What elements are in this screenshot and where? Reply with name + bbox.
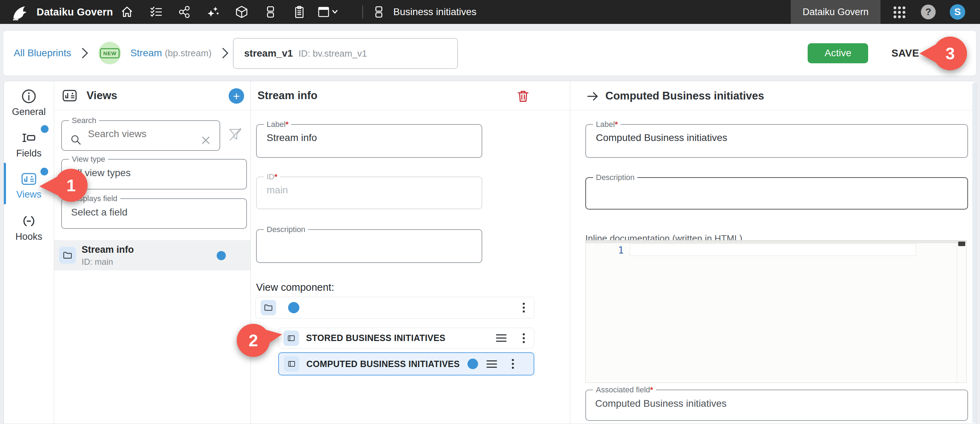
folder-icon bbox=[261, 300, 276, 315]
status-active-button[interactable]: Active bbox=[808, 43, 868, 63]
label-input[interactable] bbox=[266, 132, 468, 144]
filter-off-icon[interactable] bbox=[227, 126, 243, 142]
detail-description-field: Description bbox=[585, 174, 968, 210]
search-legend: Search bbox=[72, 116, 96, 125]
clear-search-icon[interactable] bbox=[200, 135, 211, 146]
delete-view-button[interactable] bbox=[515, 89, 530, 104]
kebab-menu-icon[interactable] bbox=[512, 359, 514, 369]
detail-description-input[interactable] bbox=[595, 185, 939, 197]
displays-field-legend: Displays field bbox=[72, 194, 118, 203]
drag-handle-icon[interactable] bbox=[487, 360, 497, 368]
views-icon bbox=[62, 88, 77, 103]
rail-item-label: Hooks bbox=[4, 231, 54, 242]
required-asterisk: * bbox=[650, 385, 653, 394]
navbar-divider bbox=[362, 6, 363, 18]
search-icon bbox=[70, 133, 82, 146]
help-button[interactable]: ? bbox=[921, 5, 935, 19]
panel-scrollbar[interactable] bbox=[972, 83, 977, 423]
top-navbar: Dataiku Govern Business initiatives Data… bbox=[0, 0, 980, 24]
breadcrumb-bar: All Blueprints NEW Stream (bp.stream) st… bbox=[3, 30, 977, 76]
breadcrumb-blueprint[interactable]: Stream bbox=[130, 48, 162, 58]
rail-item-label: Views bbox=[4, 189, 54, 200]
label-field: Label* bbox=[256, 121, 482, 158]
rail-item-views[interactable]: Views bbox=[4, 171, 54, 200]
apps-grid-icon[interactable] bbox=[892, 5, 907, 20]
displays-field-select[interactable]: Displays field Select a field bbox=[61, 195, 247, 229]
breadcrumb-all-blueprints[interactable]: All Blueprints bbox=[14, 48, 71, 59]
inline-doc-code-editor[interactable]: 1 bbox=[585, 240, 967, 383]
editor-top-strip bbox=[585, 240, 966, 243]
version-label: stream_v1 bbox=[244, 48, 293, 59]
cards-stack-icon[interactable] bbox=[264, 5, 277, 19]
rail-item-general[interactable]: General bbox=[4, 88, 54, 118]
detail-label-input[interactable] bbox=[595, 132, 939, 144]
kebab-menu-icon[interactable] bbox=[523, 303, 525, 313]
views-icon bbox=[21, 171, 37, 187]
sparkles-icon[interactable] bbox=[207, 5, 220, 19]
chevron-right-icon bbox=[221, 46, 230, 60]
label-legend: Label bbox=[267, 120, 286, 129]
add-view-button[interactable]: + bbox=[229, 88, 244, 104]
view-list-item-stream-info[interactable]: Stream info ID: main bbox=[54, 240, 250, 270]
component-row-stored[interactable]: STORED BUSINESS INITIATIVES bbox=[278, 328, 535, 348]
associated-field-value: Computed Business initiatives bbox=[595, 398, 967, 409]
breadcrumb-blueprint-id: (bp.stream) bbox=[165, 48, 212, 58]
editor-scrollbar-track[interactable] bbox=[957, 240, 966, 383]
detail-panel-title: Computed Business initiatives bbox=[605, 90, 764, 102]
save-button[interactable]: SAVE bbox=[889, 47, 921, 59]
selected-view-dot bbox=[217, 251, 226, 260]
cube-icon[interactable] bbox=[235, 5, 248, 19]
info-icon bbox=[21, 88, 37, 105]
fields-icon bbox=[21, 130, 37, 146]
id-field: ID* bbox=[256, 173, 482, 209]
layout-card-icon bbox=[284, 356, 299, 372]
description-input[interactable] bbox=[266, 237, 468, 249]
required-asterisk: * bbox=[274, 172, 278, 181]
component-dot bbox=[288, 302, 299, 313]
views-panel: Views + Search View type All view types … bbox=[54, 81, 251, 424]
associated-field-select[interactable]: Associated field* Computed Business init… bbox=[585, 386, 968, 421]
clipboard-icon[interactable] bbox=[293, 5, 306, 19]
current-page-nav[interactable]: Business initiatives bbox=[372, 0, 477, 24]
view-item-title: Stream info bbox=[82, 245, 134, 255]
required-asterisk: * bbox=[615, 120, 618, 129]
editor-active-line[interactable] bbox=[630, 244, 916, 256]
version-select[interactable]: stream_v1 ID: bv.stream_v1 bbox=[233, 38, 458, 69]
rail-item-hooks[interactable]: Hooks bbox=[4, 213, 54, 242]
dataiku-logo-icon[interactable] bbox=[11, 4, 27, 21]
component-row-root[interactable] bbox=[255, 297, 535, 319]
user-avatar[interactable]: S bbox=[950, 4, 965, 20]
brand-title: Dataiku Govern bbox=[37, 0, 113, 24]
kebab-menu-icon[interactable] bbox=[523, 333, 525, 343]
view-component-label: View component: bbox=[256, 282, 334, 293]
component-label: STORED BUSINESS INITIATIVES bbox=[306, 333, 445, 343]
version-id: ID: bv.stream_v1 bbox=[299, 48, 367, 59]
main-content-card: General Fields Views Hooks Views bbox=[3, 81, 977, 424]
description-legend: Description bbox=[267, 225, 305, 234]
app-window: Dataiku Govern Business initiatives Data… bbox=[0, 0, 980, 424]
drag-handle-icon[interactable] bbox=[496, 334, 506, 342]
cards-stack-icon bbox=[372, 5, 385, 19]
rail-item-fields[interactable]: Fields bbox=[4, 130, 54, 159]
home-icon[interactable] bbox=[120, 5, 134, 19]
collapse-arrow-right-icon[interactable] bbox=[586, 90, 600, 103]
id-legend: ID bbox=[267, 172, 274, 181]
views-panel-title: Views bbox=[86, 89, 117, 102]
rail-item-label: Fields bbox=[4, 148, 54, 159]
selected-component-dot bbox=[468, 359, 478, 369]
window-switcher-icon[interactable] bbox=[317, 5, 338, 19]
search-input[interactable] bbox=[87, 128, 189, 140]
folder-icon bbox=[59, 247, 76, 264]
editor-line-number: 1 bbox=[585, 245, 624, 256]
flow-graph-icon[interactable] bbox=[178, 5, 191, 19]
description-field: Description bbox=[256, 226, 482, 263]
label-legend: Label bbox=[596, 120, 615, 129]
editor-scrollbar-thumb[interactable] bbox=[958, 241, 965, 246]
view-item-id: ID: main bbox=[82, 257, 113, 267]
checklist-icon[interactable] bbox=[150, 5, 163, 19]
component-detail-panel: Computed Business initiatives Label* Des… bbox=[570, 81, 977, 424]
app-switcher-button[interactable]: Dataiku Govern bbox=[791, 0, 880, 24]
new-badge-label: NEW bbox=[100, 48, 119, 58]
view-type-select[interactable]: View type All view types bbox=[61, 156, 247, 189]
component-row-computed[interactable]: COMPUTED BUSINESS INITIATIVES bbox=[278, 352, 535, 375]
